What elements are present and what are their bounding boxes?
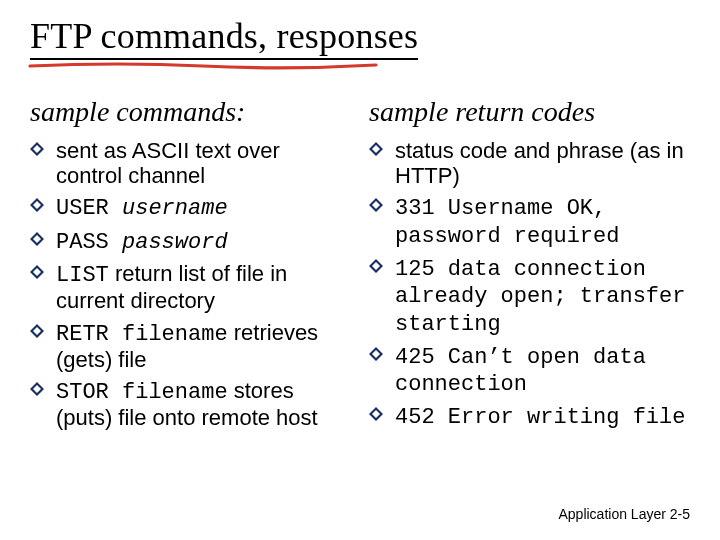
item-code: USER [56,196,109,221]
diamond-bullet-icon [30,324,44,338]
left-column: sample commands: sent as ASCII text over… [30,96,351,437]
item-arg: password [109,230,228,255]
diamond-bullet-icon [30,382,44,396]
left-list: sent as ASCII text over control channel … [30,138,351,431]
list-item: LIST return list of file in current dire… [30,261,351,314]
right-heading: sample return codes [369,96,690,128]
list-item: sent as ASCII text over control channel [30,138,351,189]
item-text: status code and phrase (as in HTTP) [395,138,684,188]
diamond-bullet-icon [369,347,383,361]
list-item: status code and phrase (as in HTTP) [369,138,690,189]
item-code: PASS [56,230,109,255]
slide: FTP commands, responses sample commands:… [0,0,720,540]
left-heading: sample commands: [30,96,351,128]
item-code: RETR filename [56,322,228,347]
diamond-bullet-icon [369,142,383,156]
footer-label: Application Layer [558,506,665,522]
page-title: FTP commands, responses [30,18,418,60]
item-code: LIST [56,263,109,288]
item-text: sent as ASCII text over control channel [56,138,280,188]
item-code: 425 Can’t open data connection [395,345,646,397]
diamond-bullet-icon [30,142,44,156]
list-item: 125 data connection already open; transf… [369,255,690,337]
diamond-bullet-icon [30,198,44,212]
list-item: 425 Can’t open data connection [369,343,690,398]
list-item: 331 Username OK, password required [369,194,690,249]
footer-page: 2-5 [670,506,690,522]
diamond-bullet-icon [369,407,383,421]
list-item: 452 Error writing file [369,403,690,430]
right-column: sample return codes status code and phra… [369,96,690,437]
underline-accent [28,62,378,68]
list-item: PASS password [30,228,351,255]
item-code: 125 data connection already open; transf… [395,257,685,337]
item-code: 331 Username OK, password required [395,196,619,248]
diamond-bullet-icon [30,232,44,246]
diamond-bullet-icon [30,265,44,279]
item-code: STOR filename [56,380,228,405]
diamond-bullet-icon [369,259,383,273]
list-item: USER username [30,194,351,221]
right-list: status code and phrase (as in HTTP) 331 … [369,138,690,431]
item-code: 452 Error writing file [395,405,685,430]
list-item: RETR filename retrieves (gets) file [30,320,351,373]
list-item: STOR filename stores (puts) file onto re… [30,378,351,431]
columns: sample commands: sent as ASCII text over… [30,96,690,437]
item-arg: username [109,196,228,221]
footer: Application Layer 2-5 [558,506,690,522]
diamond-bullet-icon [369,198,383,212]
